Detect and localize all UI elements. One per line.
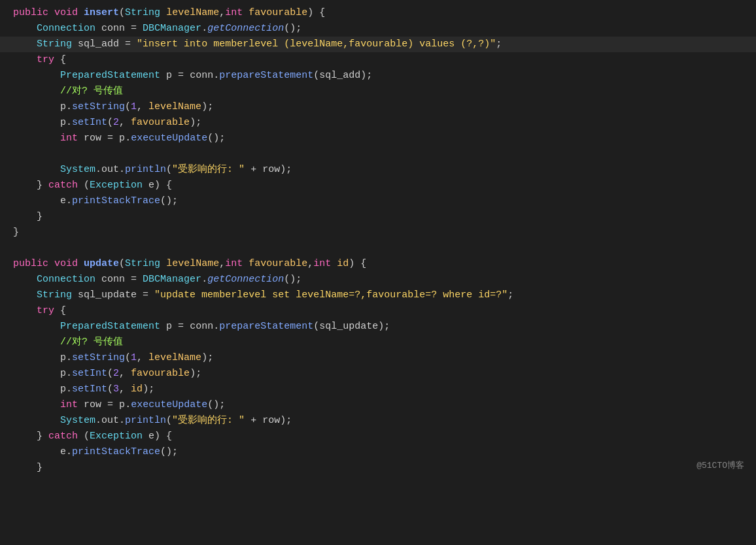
code-line-24: p.setInt(2, favourable);	[0, 366, 756, 382]
code-line-22: //对? 号传值	[0, 335, 756, 350]
code-line-8: p.setInt(2, favourable);	[0, 115, 756, 131]
code-line-7: p.setString(1, levelName);	[0, 99, 756, 115]
code-line-16	[0, 240, 756, 256]
code-line-1: public void insert(String levelName,int …	[0, 5, 756, 21]
code-line-14: }	[0, 209, 756, 225]
code-line-20: try {	[0, 303, 756, 319]
code-line-17: public void update(String levelName,int …	[0, 256, 756, 272]
code-editor: public void insert(String levelName,int …	[0, 0, 756, 481]
code-line-15: }	[0, 225, 756, 240]
code-line-27: System.out.println("受影响的行: " + row);	[0, 413, 756, 429]
code-line-28: } catch (Exception e) {	[0, 429, 756, 444]
code-line-29: e.printStackTrace();	[0, 444, 756, 460]
code-line-6: //对? 号传值	[0, 84, 756, 99]
code-line-4: try {	[0, 52, 756, 68]
code-line-18: Connection conn = DBCManager.getConnecti…	[0, 272, 756, 288]
code-line-25: p.setInt(3, id);	[0, 382, 756, 397]
code-line-26: int row = p.executeUpdate();	[0, 397, 756, 413]
code-line-21: PreparedStatement p = conn.prepareStatem…	[0, 319, 756, 335]
code-line-3: String sql_add = "insert into memberleve…	[0, 37, 756, 52]
code-line-12: } catch (Exception e) {	[0, 178, 756, 193]
code-line-2: Connection conn = DBCManager.getConnecti…	[0, 21, 756, 37]
code-line-13: e.printStackTrace();	[0, 193, 756, 209]
code-line-10	[0, 146, 756, 162]
code-line-23: p.setString(1, levelName);	[0, 350, 756, 366]
code-line-5: PreparedStatement p = conn.prepareStatem…	[0, 68, 756, 84]
code-line-11: System.out.println("受影响的行: " + row);	[0, 162, 756, 178]
code-line-30: }	[0, 460, 756, 476]
code-line-19: String sql_update = "update memberlevel …	[0, 288, 756, 303]
code-line-9: int row = p.executeUpdate();	[0, 131, 756, 146]
watermark: @51CTO博客	[696, 459, 744, 473]
